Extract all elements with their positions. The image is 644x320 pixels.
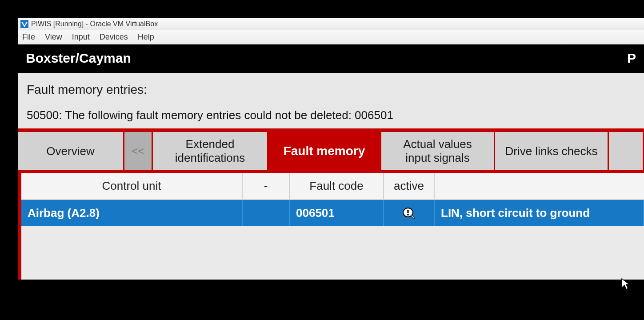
- cell-control-unit: Airbag (A2.8): [21, 200, 243, 226]
- svg-point-3: [407, 214, 409, 216]
- header-right: P: [627, 51, 636, 66]
- tab-spacer: [609, 132, 644, 170]
- mouse-cursor-icon: [621, 278, 631, 293]
- virtualbox-window: PIWIS [Running] - Oracle VM VirtualBox F…: [18, 18, 644, 280]
- chevron-left-icon: <<: [132, 145, 144, 158]
- window-titlebar: PIWIS [Running] - Oracle VM VirtualBox: [18, 18, 644, 30]
- cell-dash: [243, 200, 290, 226]
- tab-actual-values[interactable]: Actual values input signals: [381, 132, 495, 170]
- svg-rect-2: [407, 210, 408, 213]
- tab-label: Extended identifications: [161, 137, 259, 165]
- menu-view[interactable]: View: [45, 32, 62, 42]
- tab-extended-identifications[interactable]: Extended identifications: [153, 132, 268, 170]
- table-row[interactable]: Airbag (A2.8) 006501 LIN, short circuit …: [21, 200, 644, 226]
- table-header: Control unit - Fault code active: [21, 173, 644, 200]
- tab-label: Overview: [46, 144, 94, 158]
- tabs-container: Overview << Extended identifications Fau…: [18, 128, 644, 280]
- tab-label: Fault memory: [284, 144, 365, 159]
- vehicle-title: Boxster/Cayman: [26, 51, 131, 66]
- th-control-unit[interactable]: Control unit: [21, 173, 243, 199]
- menu-file[interactable]: File: [22, 32, 35, 42]
- virtualbox-app-icon: [20, 20, 28, 28]
- th-dash[interactable]: -: [243, 173, 290, 199]
- window-title: PIWIS [Running] - Oracle VM VirtualBox: [31, 20, 158, 28]
- tab-fault-memory[interactable]: Fault memory: [268, 132, 381, 170]
- th-active[interactable]: active: [384, 173, 435, 199]
- tab-label: Actual values input signals: [389, 137, 486, 165]
- window-menubar: File View Input Devices Help: [18, 30, 644, 44]
- menu-input[interactable]: Input: [72, 32, 90, 42]
- th-description[interactable]: [435, 173, 644, 199]
- fault-memory-message: 50500: The following fault memory entrie…: [27, 108, 635, 122]
- tabs-scroll-left[interactable]: <<: [124, 132, 153, 170]
- cell-active: [384, 200, 435, 226]
- message-panel: Fault memory entries: 50500: The followi…: [18, 73, 644, 128]
- app-header: Boxster/Cayman P: [18, 44, 644, 73]
- tab-overview[interactable]: Overview: [18, 132, 124, 170]
- cell-fault-code: 006501: [290, 200, 384, 226]
- cell-description: LIN, short circuit to ground: [435, 200, 644, 226]
- table-empty-area: [21, 226, 644, 280]
- menu-help[interactable]: Help: [138, 32, 154, 42]
- tab-drive-links-checks[interactable]: Drive links checks: [495, 132, 609, 170]
- th-fault-code[interactable]: Fault code: [290, 173, 384, 199]
- tabs: Overview << Extended identifications Fau…: [18, 128, 644, 173]
- menu-devices[interactable]: Devices: [100, 32, 128, 42]
- warning-icon: [402, 208, 416, 219]
- tab-label: Drive links checks: [505, 144, 597, 158]
- fault-memory-label: Fault memory entries:: [27, 83, 635, 97]
- fault-table: Control unit - Fault code active Airbag …: [18, 173, 644, 280]
